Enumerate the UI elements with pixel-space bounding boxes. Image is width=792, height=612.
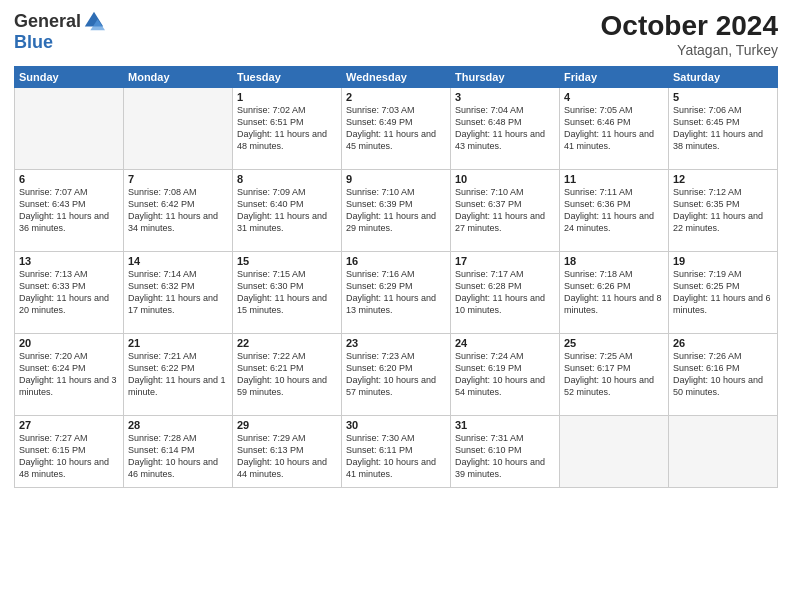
day-number: 23	[346, 337, 446, 349]
day-number: 11	[564, 173, 664, 185]
col-thursday: Thursday	[451, 67, 560, 88]
location: Yatagan, Turkey	[601, 42, 778, 58]
col-tuesday: Tuesday	[233, 67, 342, 88]
day-info: Sunrise: 7:30 AMSunset: 6:11 PMDaylight:…	[346, 432, 446, 481]
day-number: 25	[564, 337, 664, 349]
day-number: 31	[455, 419, 555, 431]
day-info: Sunrise: 7:08 AMSunset: 6:42 PMDaylight:…	[128, 186, 228, 235]
day-info: Sunrise: 7:05 AMSunset: 6:46 PMDaylight:…	[564, 104, 664, 153]
col-monday: Monday	[124, 67, 233, 88]
day-number: 21	[128, 337, 228, 349]
day-number: 13	[19, 255, 119, 267]
day-number: 24	[455, 337, 555, 349]
calendar-cell: 1Sunrise: 7:02 AMSunset: 6:51 PMDaylight…	[233, 88, 342, 170]
calendar-table: Sunday Monday Tuesday Wednesday Thursday…	[14, 66, 778, 488]
day-number: 28	[128, 419, 228, 431]
day-info: Sunrise: 7:20 AMSunset: 6:24 PMDaylight:…	[19, 350, 119, 399]
day-info: Sunrise: 7:07 AMSunset: 6:43 PMDaylight:…	[19, 186, 119, 235]
calendar-cell: 30Sunrise: 7:30 AMSunset: 6:11 PMDayligh…	[342, 416, 451, 488]
calendar-cell	[669, 416, 778, 488]
col-friday: Friday	[560, 67, 669, 88]
calendar-cell	[124, 88, 233, 170]
month-title: October 2024	[601, 10, 778, 42]
col-wednesday: Wednesday	[342, 67, 451, 88]
day-info: Sunrise: 7:14 AMSunset: 6:32 PMDaylight:…	[128, 268, 228, 317]
calendar-cell: 31Sunrise: 7:31 AMSunset: 6:10 PMDayligh…	[451, 416, 560, 488]
day-number: 2	[346, 91, 446, 103]
calendar-week-row-3: 13Sunrise: 7:13 AMSunset: 6:33 PMDayligh…	[15, 252, 778, 334]
page: General Blue October 2024 Yatagan, Turke…	[0, 0, 792, 612]
calendar-cell: 14Sunrise: 7:14 AMSunset: 6:32 PMDayligh…	[124, 252, 233, 334]
calendar-week-row-5: 27Sunrise: 7:27 AMSunset: 6:15 PMDayligh…	[15, 416, 778, 488]
calendar-cell: 19Sunrise: 7:19 AMSunset: 6:25 PMDayligh…	[669, 252, 778, 334]
calendar-cell: 21Sunrise: 7:21 AMSunset: 6:22 PMDayligh…	[124, 334, 233, 416]
calendar-week-row-2: 6Sunrise: 7:07 AMSunset: 6:43 PMDaylight…	[15, 170, 778, 252]
day-number: 15	[237, 255, 337, 267]
day-info: Sunrise: 7:18 AMSunset: 6:26 PMDaylight:…	[564, 268, 664, 317]
calendar-cell: 6Sunrise: 7:07 AMSunset: 6:43 PMDaylight…	[15, 170, 124, 252]
calendar-cell: 3Sunrise: 7:04 AMSunset: 6:48 PMDaylight…	[451, 88, 560, 170]
calendar-cell: 5Sunrise: 7:06 AMSunset: 6:45 PMDaylight…	[669, 88, 778, 170]
calendar-cell: 20Sunrise: 7:20 AMSunset: 6:24 PMDayligh…	[15, 334, 124, 416]
calendar-cell: 13Sunrise: 7:13 AMSunset: 6:33 PMDayligh…	[15, 252, 124, 334]
calendar-cell: 28Sunrise: 7:28 AMSunset: 6:14 PMDayligh…	[124, 416, 233, 488]
day-info: Sunrise: 7:27 AMSunset: 6:15 PMDaylight:…	[19, 432, 119, 481]
day-info: Sunrise: 7:17 AMSunset: 6:28 PMDaylight:…	[455, 268, 555, 317]
logo: General Blue	[14, 10, 105, 53]
calendar-cell: 25Sunrise: 7:25 AMSunset: 6:17 PMDayligh…	[560, 334, 669, 416]
day-info: Sunrise: 7:10 AMSunset: 6:37 PMDaylight:…	[455, 186, 555, 235]
day-number: 29	[237, 419, 337, 431]
day-info: Sunrise: 7:31 AMSunset: 6:10 PMDaylight:…	[455, 432, 555, 481]
calendar-cell: 11Sunrise: 7:11 AMSunset: 6:36 PMDayligh…	[560, 170, 669, 252]
calendar-cell: 24Sunrise: 7:24 AMSunset: 6:19 PMDayligh…	[451, 334, 560, 416]
day-info: Sunrise: 7:03 AMSunset: 6:49 PMDaylight:…	[346, 104, 446, 153]
day-info: Sunrise: 7:11 AMSunset: 6:36 PMDaylight:…	[564, 186, 664, 235]
calendar-cell: 4Sunrise: 7:05 AMSunset: 6:46 PMDaylight…	[560, 88, 669, 170]
day-info: Sunrise: 7:21 AMSunset: 6:22 PMDaylight:…	[128, 350, 228, 399]
calendar-week-row-1: 1Sunrise: 7:02 AMSunset: 6:51 PMDaylight…	[15, 88, 778, 170]
calendar-cell: 29Sunrise: 7:29 AMSunset: 6:13 PMDayligh…	[233, 416, 342, 488]
day-info: Sunrise: 7:22 AMSunset: 6:21 PMDaylight:…	[237, 350, 337, 399]
day-number: 20	[19, 337, 119, 349]
calendar-cell: 2Sunrise: 7:03 AMSunset: 6:49 PMDaylight…	[342, 88, 451, 170]
calendar-cell: 17Sunrise: 7:17 AMSunset: 6:28 PMDayligh…	[451, 252, 560, 334]
header: General Blue October 2024 Yatagan, Turke…	[14, 10, 778, 58]
logo-icon	[83, 10, 105, 32]
day-number: 7	[128, 173, 228, 185]
logo-general-text: General	[14, 11, 81, 32]
calendar-cell	[560, 416, 669, 488]
col-sunday: Sunday	[15, 67, 124, 88]
calendar-cell: 27Sunrise: 7:27 AMSunset: 6:15 PMDayligh…	[15, 416, 124, 488]
day-number: 22	[237, 337, 337, 349]
day-info: Sunrise: 7:19 AMSunset: 6:25 PMDaylight:…	[673, 268, 773, 317]
day-info: Sunrise: 7:13 AMSunset: 6:33 PMDaylight:…	[19, 268, 119, 317]
day-number: 9	[346, 173, 446, 185]
day-info: Sunrise: 7:04 AMSunset: 6:48 PMDaylight:…	[455, 104, 555, 153]
title-block: October 2024 Yatagan, Turkey	[601, 10, 778, 58]
day-info: Sunrise: 7:15 AMSunset: 6:30 PMDaylight:…	[237, 268, 337, 317]
calendar-cell: 22Sunrise: 7:22 AMSunset: 6:21 PMDayligh…	[233, 334, 342, 416]
day-number: 27	[19, 419, 119, 431]
day-number: 12	[673, 173, 773, 185]
col-saturday: Saturday	[669, 67, 778, 88]
calendar-cell: 10Sunrise: 7:10 AMSunset: 6:37 PMDayligh…	[451, 170, 560, 252]
calendar-cell	[15, 88, 124, 170]
calendar-cell: 23Sunrise: 7:23 AMSunset: 6:20 PMDayligh…	[342, 334, 451, 416]
day-info: Sunrise: 7:10 AMSunset: 6:39 PMDaylight:…	[346, 186, 446, 235]
calendar-cell: 9Sunrise: 7:10 AMSunset: 6:39 PMDaylight…	[342, 170, 451, 252]
day-number: 18	[564, 255, 664, 267]
day-number: 1	[237, 91, 337, 103]
logo-blue-text: Blue	[14, 32, 53, 53]
day-number: 19	[673, 255, 773, 267]
day-info: Sunrise: 7:09 AMSunset: 6:40 PMDaylight:…	[237, 186, 337, 235]
day-number: 4	[564, 91, 664, 103]
day-number: 16	[346, 255, 446, 267]
day-info: Sunrise: 7:06 AMSunset: 6:45 PMDaylight:…	[673, 104, 773, 153]
day-info: Sunrise: 7:29 AMSunset: 6:13 PMDaylight:…	[237, 432, 337, 481]
day-number: 14	[128, 255, 228, 267]
day-number: 6	[19, 173, 119, 185]
day-info: Sunrise: 7:02 AMSunset: 6:51 PMDaylight:…	[237, 104, 337, 153]
day-number: 30	[346, 419, 446, 431]
calendar-cell: 8Sunrise: 7:09 AMSunset: 6:40 PMDaylight…	[233, 170, 342, 252]
day-info: Sunrise: 7:24 AMSunset: 6:19 PMDaylight:…	[455, 350, 555, 399]
